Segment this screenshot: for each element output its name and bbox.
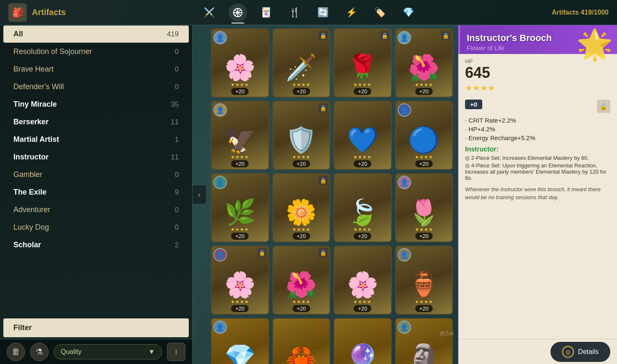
artifact-card[interactable]: 🔵 ★★★★ 👤+20 [395,101,453,170]
sidebar-item-count: 9 [175,188,179,197]
sidebar-item[interactable]: Lucky Dog 0 [3,219,189,236]
artifact-emoji: 🦀 [285,345,317,364]
artifact-avatar: 👤 [398,248,411,261]
detail-lock-button[interactable]: 🔒 [597,100,610,113]
artifact-stars: ★★★★ [292,227,311,232]
sidebar-item-count: 35 [171,100,179,109]
artifact-card[interactable]: 🌹 ★★★★ 🔒+20 [334,28,392,97]
artifact-card[interactable]: 🔮 ★★★★ +20 [334,318,392,364]
nav-food[interactable]: 🍴 [285,3,304,22]
artifact-card[interactable]: 🗿 ★★★★ 👤+20 [395,318,453,364]
sidebar-item[interactable]: Martial Artist 1 [3,131,189,148]
artifact-card[interactable]: 🦅 ★★★★ 👤+20 [211,101,269,170]
artifact-level: +20 [415,233,433,240]
artifact-lock-icon: 🔒 [257,248,267,257]
detail-set-effects: ◎ 2-Piece Set: Increases Elemental Maste… [465,155,610,181]
artifact-card[interactable]: 🛡️ ★★★★ 🔒+20 [273,101,331,170]
artifact-card[interactable]: 🌸 ★★★★ 👤🔒+20 [211,246,269,315]
nav-weapons[interactable]: ⚔️ [200,3,219,22]
sidebar-item-count: 0 [175,206,179,214]
sidebar-item-name: Instructor [13,153,49,161]
sidebar-item-count: 1 [175,136,179,144]
sidebar-item[interactable]: Tiny Miracle 35 [3,96,189,113]
sidebar-item-name: Lucky Dog [13,223,49,232]
sidebar-item-name: Adventurer [13,205,50,214]
sidebar-filter-button[interactable]: Filter [3,318,189,337]
artifact-card[interactable]: 🌸 ★★★★ 👤+20 [211,28,269,97]
sort-button[interactable]: ↕ [167,343,185,361]
artifact-emoji: 🍃 [347,200,378,225]
detail-substat: · HP+4.2% [465,126,610,133]
artifact-emoji: 🌷 [408,200,440,225]
artifact-emoji: 🌸 [224,272,256,297]
artifact-card[interactable]: 💎 ★★★★ 👤+20 [211,318,269,364]
artifact-card[interactable]: 💙 ★★★★ +20 [334,101,392,170]
artifact-stars: ★★★★ [231,154,249,160]
artifact-level: +20 [354,88,371,95]
sidebar-item[interactable]: Defender's Will 0 [3,78,189,95]
detail-body: +0 🔒 · CRIT Rate+2.2%· HP+4.2%· Energy R… [458,95,617,364]
sidebar-item-count: 0 [175,171,179,179]
artifact-level: +20 [231,233,249,240]
sidebar-scroll: All 419 Resolution of Sojourner 0 Brave … [0,25,192,317]
artifact-avatar: 👤 [398,103,411,117]
sidebar-item[interactable]: Resolution of Sojourner 0 [3,43,189,60]
details-button[interactable]: ◎ Details [550,342,610,362]
nav-materials[interactable]: 🔄 [314,3,332,22]
nav-precious[interactable]: 💎 [399,3,418,22]
artifact-emoji: 🌹 [347,55,378,80]
artifact-stars: ★★★★ [231,299,249,305]
artifact-card[interactable]: 🍃 ★★★★ +20 [334,173,392,242]
nav-quest[interactable]: 🏷️ [371,3,389,22]
artifact-card[interactable]: 🌺 ★★★★ 👤🔒+20 [395,28,453,97]
sidebar-item-name: Gambler [13,170,42,179]
detail-set-effect: ◎ 2-Piece Set: Increases Elemental Maste… [465,155,610,161]
top-bar-left: 🎒 Artifacts [8,3,66,22]
artifact-card[interactable]: 🗡️ ★★★★ 🔒+20 [273,28,331,97]
artifact-card[interactable]: 🦀 ★★★★ +20 [273,318,331,364]
artifact-avatar: 👤 [213,248,227,261]
filter-button[interactable]: ⚗ [30,343,49,361]
sidebar-item[interactable]: Adventurer 0 [3,201,189,218]
artifact-stars: ★★★★ [353,82,372,87]
artifact-emoji: 🏺 [408,272,440,297]
nav-cards[interactable]: 🃏 [257,3,275,22]
sidebar-item[interactable]: Instructor 11 [3,149,189,166]
nav-gadgets[interactable]: ⚡ [342,3,361,22]
artifact-emoji: 💙 [347,128,378,153]
artifact-avatar: 👤 [213,103,227,117]
quality-dropdown[interactable]: Quality ▼ [54,344,162,359]
detail-stat-value: 645 [465,64,610,81]
sidebar-item-count: 419 [167,30,179,38]
artifact-level: +20 [293,160,310,167]
sidebar-item-name: Defender's Will [13,82,64,91]
sidebar-item[interactable]: Scholar 2 [3,236,189,254]
artifact-avatar: 👤 [213,31,227,44]
delete-button[interactable]: 🗑 [7,343,25,361]
artifact-level: +20 [415,305,433,312]
sidebar-item[interactable]: Berserker 11 [3,113,189,131]
nav-artifacts[interactable] [229,3,247,22]
artifact-card[interactable]: 🏺 ★★★★ 👤+20 [395,246,453,315]
back-arrow-button[interactable]: ‹ [193,185,206,204]
sidebar-item-count: 2 [175,241,179,249]
artifact-avatar: 👤 [398,320,411,334]
artifact-lock-icon: 🔒 [319,248,328,257]
artifact-card[interactable]: 🌷 ★★★★ 👤+20 [395,173,453,242]
artifact-lock-icon: 🔒 [319,31,328,40]
sidebar-item-name: Martial Artist [13,135,59,144]
artifact-card[interactable]: 🌿 ★★★★ 👤+20 [211,173,269,242]
artifact-card[interactable]: 🌺 ★★★★ 🔒+20 [273,246,331,315]
sidebar-item-count: 0 [175,83,179,91]
sidebar-item[interactable]: All 419 [3,26,189,43]
sidebar-item[interactable]: The Exile 9 [3,184,189,201]
artifact-lock-icon: 🔒 [319,103,328,113]
sidebar-item[interactable]: Gambler 0 [3,166,189,183]
detail-set-effect: ◎ 4-Piece Set: Upon triggering an Elemen… [465,162,610,181]
artifact-level: +20 [231,160,249,167]
artifact-card[interactable]: 🌸 ★★★★ +20 [334,246,392,315]
chevron-down-icon: ▼ [148,348,155,356]
sidebar-item[interactable]: Brave Heart 0 [3,61,189,78]
detail-substat: · CRIT Rate+2.2% [465,117,610,124]
artifact-card[interactable]: 🌼 ★★★★ 🔒+20 [273,173,331,242]
